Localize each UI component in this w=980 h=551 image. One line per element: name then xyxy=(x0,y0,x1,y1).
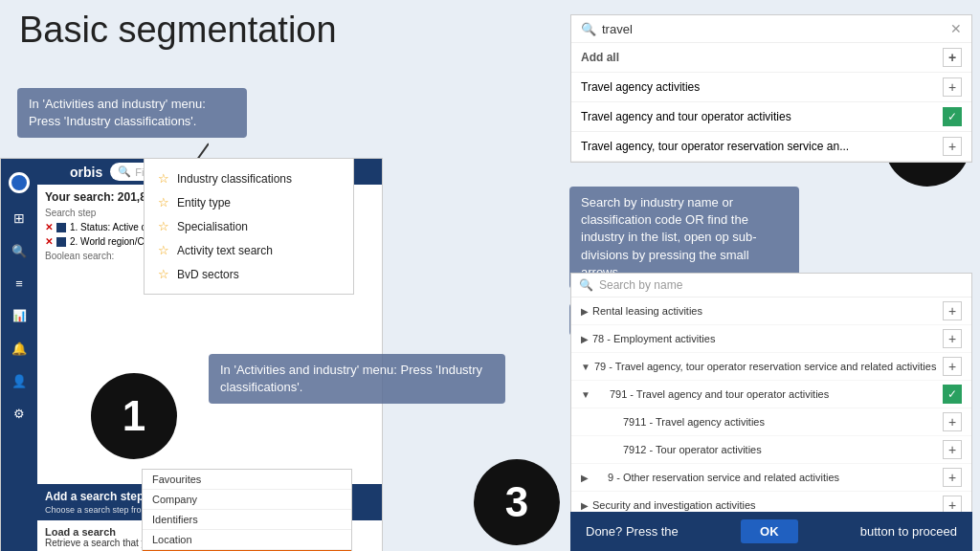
tab-company[interactable]: Company xyxy=(143,490,351,510)
step-remove-2[interactable]: ✕ xyxy=(45,236,53,247)
add-7911-industry[interactable]: + xyxy=(943,412,962,431)
star-icon-1: ☆ xyxy=(158,171,169,186)
industry-search-bar: 🔍 Search by name xyxy=(571,274,971,298)
result-label-791: Travel agency and tour operator activiti… xyxy=(581,110,791,123)
menu-item-industry-classifications[interactable]: ☆ Industry classifications xyxy=(156,166,342,190)
add-rental[interactable]: + xyxy=(943,301,962,320)
search-top-bar: 🔍 ✕ xyxy=(571,15,971,43)
nav-icon-settings[interactable]: ⚙ xyxy=(6,400,33,427)
step-remove-1[interactable]: ✕ xyxy=(45,222,53,232)
expand-icon-9-other[interactable]: ▶ xyxy=(581,473,589,483)
ind-row-rental: ▶ Rental leasing activities + xyxy=(571,298,971,325)
ind-label-791: 791 - Travel agency and tour operator ac… xyxy=(594,388,943,400)
search-icon-main: 🔍 xyxy=(581,22,596,36)
result-label-79: Travel agency, tour operator reservation… xyxy=(581,140,849,153)
callout-top-left-text: In 'Activities and industry' menu: Press… xyxy=(29,97,206,128)
callout-bottom-left: In 'Activities and industry' menu: Press… xyxy=(209,354,505,404)
add-all-row[interactable]: Add all + xyxy=(571,43,971,73)
menu-label-activity-text-search: Activity text search xyxy=(177,244,273,257)
badge-3: 3 xyxy=(474,459,560,545)
header-logo xyxy=(45,164,62,181)
menu-item-bvd-sectors[interactable]: ☆ BvD sectors xyxy=(156,262,342,286)
nav-icon-grid[interactable]: ⊞ xyxy=(6,205,33,231)
menu-label-specialisation: Specialisation xyxy=(177,220,248,233)
expand-icon-79[interactable]: ▼ xyxy=(581,362,590,372)
result-row-7911: Travel agency activities + xyxy=(571,73,971,102)
menu-label-entity-type: Entity type xyxy=(177,196,231,209)
star-icon-2: ☆ xyxy=(158,195,169,209)
ok-bar-prefix: Done? Press the xyxy=(586,524,679,539)
nav-icon-search[interactable]: 🔍 xyxy=(6,237,33,264)
tab-favourites[interactable]: Favourites xyxy=(143,470,351,490)
result-row-791: Travel agency and tour operator activiti… xyxy=(571,102,971,132)
tab-identifiers[interactable]: Identifiers xyxy=(143,510,351,530)
right-search-panel: 🔍 ✕ Add all + Travel agency activities +… xyxy=(570,14,972,163)
ok-button[interactable]: OK xyxy=(741,519,798,543)
industry-list: ▶ Rental leasing activities + ▶ 78 - Emp… xyxy=(571,298,971,519)
add-78[interactable]: + xyxy=(943,329,962,348)
result-label-7911: Travel agency activities xyxy=(581,80,700,94)
ind-label-security: Security and investigation activities xyxy=(592,499,943,511)
tab-favourites-label: Favourites xyxy=(152,474,201,485)
star-icon-3: ☆ xyxy=(158,219,169,233)
ind-label-79: 79 - Travel agency, tour operator reserv… xyxy=(594,361,943,372)
ind-row-9-other: ▶ 9 - Other reservation service and rela… xyxy=(571,464,971,492)
search-icon: 🔍 xyxy=(118,165,131,178)
industry-panel: 🔍 Search by name ▶ Rental leasing activi… xyxy=(570,273,972,520)
ind-row-791: ▼ 791 - Travel agency and tour operator … xyxy=(571,381,971,408)
ind-label-7912: 7912 - Tour operator activities xyxy=(592,444,943,455)
expand-icon-security[interactable]: ▶ xyxy=(581,500,589,511)
tab-location[interactable]: Location xyxy=(143,530,351,550)
orbis-brand: orbis xyxy=(70,165,102,180)
add-result-79[interactable]: + xyxy=(943,137,962,156)
search-input[interactable] xyxy=(602,22,945,36)
badge-1: 1 xyxy=(91,373,177,459)
nav-icon-list[interactable]: ≡ xyxy=(6,270,33,297)
orbis-logo xyxy=(1,166,37,199)
added-result-791[interactable]: ✓ xyxy=(943,107,962,126)
nav-icon-bell[interactable]: 🔔 xyxy=(6,335,33,362)
ind-row-7911: ▶ 7911 - Travel agency activities + xyxy=(571,408,971,436)
step-checkbox-1[interactable] xyxy=(56,223,66,232)
bottom-tabs: Favourites Company Identifiers Location … xyxy=(142,469,352,551)
menu-label-industry-classifications: Industry classifications xyxy=(177,172,292,186)
add-result-7911[interactable]: + xyxy=(943,77,962,97)
tab-location-label: Location xyxy=(152,534,192,545)
search-results-list: Add all + Travel agency activities + Tra… xyxy=(571,43,971,162)
ind-row-7912: ▶ 7912 - Tour operator activities + xyxy=(571,436,971,464)
star-icon-4: ☆ xyxy=(158,243,169,257)
ind-label-78: 78 - Employment activities xyxy=(592,333,943,344)
added-791-industry[interactable]: ✓ xyxy=(943,385,962,404)
industry-search-placeholder: Search by name xyxy=(599,278,682,292)
activities-menu-panel: ☆ Industry classifications ☆ Entity type… xyxy=(144,158,354,295)
page-title: Basic segmentation xyxy=(19,10,337,51)
menu-item-activity-text-search[interactable]: ☆ Activity text search xyxy=(156,238,342,262)
add-all-label: Add all xyxy=(581,51,619,64)
nav-icon-chart[interactable]: 📊 xyxy=(6,302,33,329)
add-all-button[interactable]: + xyxy=(943,48,962,67)
ind-row-79: ▼ 79 - Travel agency, tour operator rese… xyxy=(571,353,971,381)
expand-icon-78[interactable]: ▶ xyxy=(581,334,589,344)
expand-icon-rental[interactable]: ▶ xyxy=(581,306,589,317)
ind-row-78: ▶ 78 - Employment activities + xyxy=(571,325,971,353)
nav-icon-person[interactable]: 👤 xyxy=(6,367,33,394)
left-nav: ⊞ 🔍 ≡ 📊 🔔 👤 ⚙ xyxy=(1,159,37,551)
ok-bar-suffix: button to proceed xyxy=(860,524,957,539)
expand-icon-791[interactable]: ▼ xyxy=(581,389,590,400)
add-9-other-industry[interactable]: + xyxy=(943,468,962,487)
step-checkbox-2[interactable] xyxy=(56,237,66,247)
tab-company-label: Company xyxy=(152,494,197,505)
add-79[interactable]: + xyxy=(943,357,962,376)
result-row-79: Travel agency, tour operator reservation… xyxy=(571,132,971,162)
callout-bottom-left-text: In 'Activities and industry' menu: Press… xyxy=(220,363,482,394)
menu-item-entity-type[interactable]: ☆ Entity type xyxy=(156,190,342,214)
ind-label-9-other: 9 - Other reservation service and relate… xyxy=(592,472,943,483)
menu-label-bvd-sectors: BvD sectors xyxy=(177,268,239,281)
add-7912-industry[interactable]: + xyxy=(943,440,962,459)
ind-label-7911: 7911 - Travel agency activities xyxy=(592,416,943,428)
callout-search-tip-text: Search by industry name or classificatio… xyxy=(581,195,757,279)
menu-item-specialisation[interactable]: ☆ Specialisation xyxy=(156,214,342,238)
industry-search-icon: 🔍 xyxy=(579,278,593,292)
clear-search-button[interactable]: ✕ xyxy=(950,21,962,36)
tab-identifiers-label: Identifiers xyxy=(152,514,198,525)
